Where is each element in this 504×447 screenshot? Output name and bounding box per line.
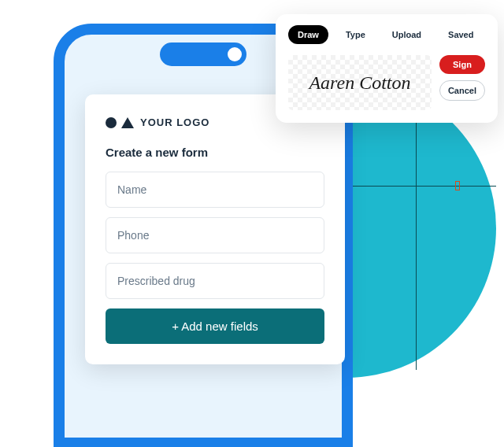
cancel-button[interactable]: Cancel bbox=[439, 80, 485, 101]
notch-camera-icon bbox=[228, 47, 242, 61]
form-builder-card: YOUR LOGO Create a new form + Add new fi… bbox=[85, 94, 345, 364]
logo-triangle-icon bbox=[121, 117, 134, 128]
logo-circle-icon bbox=[106, 117, 117, 128]
tab-saved[interactable]: Saved bbox=[439, 25, 483, 44]
sign-button[interactable]: Sign bbox=[439, 55, 485, 74]
tab-upload[interactable]: Upload bbox=[383, 25, 431, 44]
signature-popup: Draw Type Upload Saved Aaren Cotton Sign… bbox=[276, 14, 498, 123]
form-title: Create a new form bbox=[106, 146, 324, 159]
tab-draw[interactable]: Draw bbox=[288, 25, 328, 44]
signature-text: Aaren Cotton bbox=[309, 72, 410, 94]
tab-type[interactable]: Type bbox=[336, 25, 375, 44]
prescribed-drug-field[interactable] bbox=[106, 263, 324, 299]
name-field[interactable] bbox=[106, 172, 324, 208]
phone-field[interactable] bbox=[106, 217, 324, 253]
signature-canvas[interactable]: Aaren Cotton bbox=[288, 55, 432, 110]
crosshair-horizontal bbox=[350, 186, 496, 187]
phone-notch bbox=[160, 42, 246, 66]
crosshair-marker bbox=[455, 181, 460, 190]
logo-text: YOUR LOGO bbox=[140, 116, 209, 128]
signature-tabs: Draw Type Upload Saved bbox=[288, 25, 485, 44]
crosshair-vertical bbox=[416, 94, 417, 370]
add-new-fields-button[interactable]: + Add new fields bbox=[106, 308, 324, 344]
